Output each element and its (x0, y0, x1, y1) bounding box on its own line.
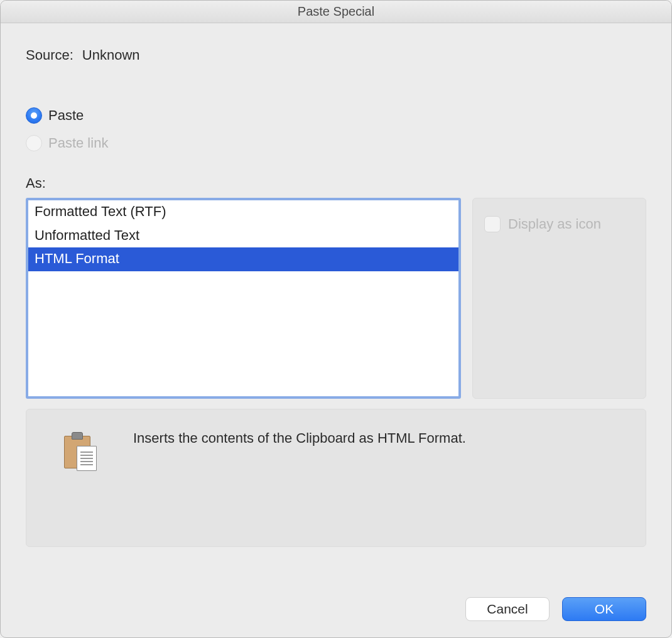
cancel-button[interactable]: Cancel (465, 597, 550, 621)
radio-paste-link-row: Paste link (26, 135, 646, 151)
clipboard-icon (64, 432, 98, 472)
display-as-icon-panel: Display as icon (472, 198, 646, 399)
list-item[interactable]: Formatted Text (RTF) (28, 200, 458, 224)
dialog-content: Source: Unknown Paste Paste link As: For… (1, 23, 671, 581)
radio-paste[interactable] (26, 107, 42, 124)
window-title: Paste Special (298, 4, 374, 19)
source-label: Source: (26, 47, 73, 63)
display-as-icon-label: Display as icon (508, 216, 601, 232)
paste-special-dialog: Paste Special Source: Unknown Paste Past… (0, 0, 672, 638)
source-row: Source: Unknown (26, 47, 646, 63)
radio-paste-label: Paste (48, 107, 84, 124)
display-as-icon-checkbox (484, 216, 501, 232)
list-item[interactable]: Unformatted Text (28, 224, 458, 248)
display-as-icon-row: Display as icon (484, 216, 601, 232)
radio-paste-link (26, 135, 42, 151)
paste-mode-radio-group: Paste Paste link (26, 107, 646, 163)
ok-button[interactable]: OK (562, 597, 646, 621)
format-listbox[interactable]: Formatted Text (RTF) Unformatted Text HT… (26, 198, 461, 399)
window-titlebar: Paste Special (1, 1, 671, 23)
radio-paste-link-label: Paste link (48, 135, 108, 151)
source-value: Unknown (82, 47, 140, 63)
info-text: Inserts the contents of the Clipboard as… (133, 428, 466, 448)
info-panel: Inserts the contents of the Clipboard as… (26, 409, 646, 547)
list-item[interactable]: HTML Format (28, 247, 458, 271)
middle-row: Formatted Text (RTF) Unformatted Text HT… (26, 198, 646, 399)
dialog-button-row: Cancel OK (1, 581, 671, 637)
radio-paste-row[interactable]: Paste (26, 107, 646, 124)
as-label: As: (26, 175, 646, 192)
